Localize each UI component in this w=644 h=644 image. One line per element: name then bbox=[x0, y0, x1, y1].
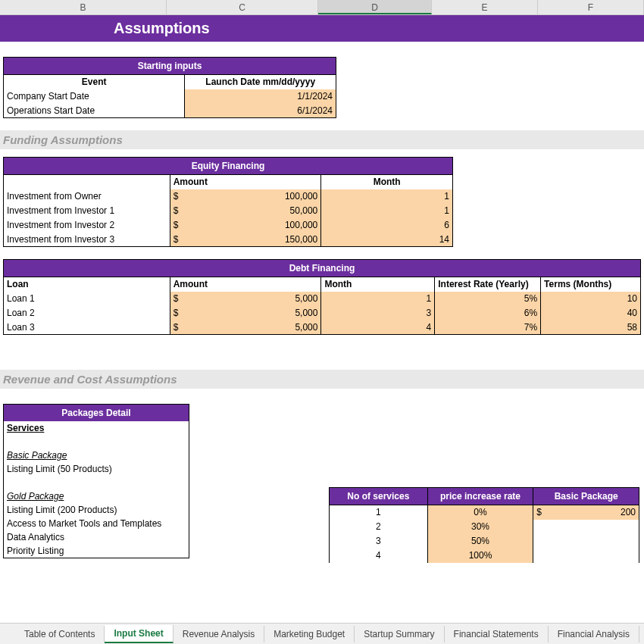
tab-input-sheet[interactable]: Input Sheet bbox=[105, 625, 173, 643]
tab-financial-analysis[interactable]: Financial Analysis bbox=[549, 626, 639, 642]
tab-toc[interactable]: Table of Contents bbox=[15, 626, 105, 642]
cell[interactable]: 6/1/2024 bbox=[185, 104, 336, 118]
col-launch: Launch Date mm/dd/yyyy bbox=[185, 75, 336, 89]
tab-revenue[interactable]: Revenue Analysis bbox=[174, 626, 264, 642]
sheet-tabs: Table of Contents Input Sheet Revenue An… bbox=[0, 623, 644, 644]
cell[interactable]: 1/1/2024 bbox=[185, 89, 336, 104]
cell[interactable]: Company Start Date bbox=[4, 89, 185, 104]
page-title: Assumptions bbox=[0, 15, 644, 42]
funding-header: Funding Assumptions bbox=[0, 130, 644, 149]
col-event: Event bbox=[4, 75, 185, 89]
cell[interactable]: Operations Start Date bbox=[4, 104, 185, 118]
pricing-table: No of services price increase rate Basic… bbox=[329, 487, 639, 563]
col-header-b[interactable]: B bbox=[0, 0, 167, 14]
tab-marketing[interactable]: Marketing Budget bbox=[264, 626, 355, 642]
equity-table: Equity Financing Amount Month Investment… bbox=[3, 157, 453, 247]
starting-inputs-table: Starting inputs Event Launch Date mm/dd/… bbox=[3, 57, 336, 118]
packages-box: Packages Detail Services Basic Package L… bbox=[3, 404, 189, 558]
debt-table: Debt Financing Loan Amount Month Interes… bbox=[3, 259, 641, 335]
col-header-f[interactable]: F bbox=[538, 0, 644, 14]
column-headers: B C D E F bbox=[0, 0, 644, 15]
tab-startup[interactable]: Startup Summary bbox=[355, 626, 444, 642]
revcost-header: Revenue and Cost Assumptions bbox=[0, 370, 644, 389]
col-header-d[interactable]: D bbox=[318, 0, 432, 14]
tab-financial-stmt[interactable]: Financial Statements bbox=[445, 626, 549, 642]
tab-cac[interactable]: CAC - C bbox=[639, 626, 644, 642]
debt-header: Debt Financing bbox=[4, 260, 641, 277]
col-header-c[interactable]: C bbox=[167, 0, 318, 14]
starting-header: Starting inputs bbox=[4, 58, 336, 75]
col-header-e[interactable]: E bbox=[432, 0, 538, 14]
equity-header: Equity Financing bbox=[4, 158, 453, 175]
